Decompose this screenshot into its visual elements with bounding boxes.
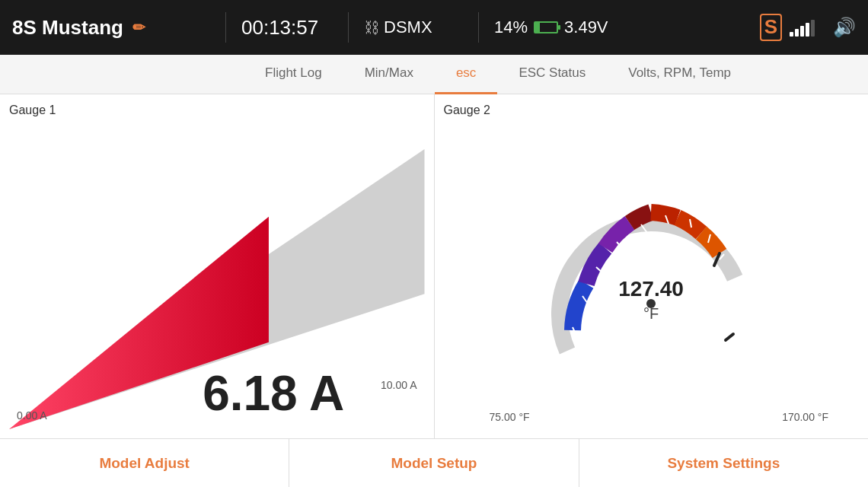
link-icon: ⛓ — [364, 19, 379, 37]
tab-esc[interactable]: esc — [435, 55, 497, 94]
svg-line-3 — [617, 242, 624, 250]
model-adjust-button[interactable]: Model Adjust — [0, 439, 289, 487]
tab-min-max[interactable]: Min/Max — [343, 55, 435, 94]
protocol-info: ⛓ DSMX — [364, 18, 463, 37]
spektrum-logo: S — [760, 14, 815, 40]
spektrum-s: S — [760, 14, 782, 40]
gauge1-value: 6.18 A — [203, 365, 344, 422]
gauge1-min-label: 0.00 A — [17, 409, 47, 422]
model-setup-button[interactable]: Model Setup — [289, 439, 579, 487]
svg-line-14 — [726, 334, 733, 340]
gauge2-needle-empty — [726, 334, 733, 340]
gauge2-container: 127.40 °F 75.00 °F 170.00 °F — [444, 120, 860, 429]
battery-bar — [534, 21, 558, 33]
svg-line-11 — [732, 286, 737, 291]
battery-fill — [535, 23, 540, 32]
gauge2-panel: Gauge 2 — [435, 94, 869, 438]
signal-bar-2 — [795, 29, 799, 37]
edit-icon[interactable]: ✏ — [132, 18, 145, 37]
signal-bar-3 — [800, 26, 804, 37]
gauge2-svg: 127.40 °F — [529, 168, 773, 381]
model-name: 8S Mustang ✏ — [12, 16, 210, 40]
arc-blue — [573, 284, 586, 330]
arc-darkred — [630, 212, 651, 223]
gauge1-title: Gauge 1 — [9, 103, 425, 117]
header-divider-3 — [478, 12, 479, 43]
voltage: 3.49V — [564, 18, 608, 37]
system-settings-button[interactable]: System Settings — [579, 439, 868, 487]
gauge2-min-label: 75.00 °F — [490, 411, 530, 423]
footer-bar: Model Adjust Model Setup System Settings — [0, 438, 868, 487]
tab-flight-log[interactable]: Flight Log — [244, 55, 343, 94]
tab-bar: Flight Log Min/Max esc ESC Status Volts,… — [0, 55, 868, 94]
gauge2-max-label: 170.00 °F — [782, 411, 828, 423]
model-name-text: 8S Mustang — [12, 16, 123, 40]
main-content: Gauge 1 0.00 A 10.00 A 6.18 A Gauge 2 — [0, 94, 868, 438]
header-bar: 8S Mustang ✏ 00:13:57 ⛓ DSMX 14% 3.49V S… — [0, 0, 868, 55]
signal-bar-5 — [811, 20, 815, 37]
gauge1-panel: Gauge 1 0.00 A 10.00 A 6.18 A — [0, 94, 435, 438]
tab-esc-status[interactable]: ESC Status — [497, 55, 607, 94]
volume-icon[interactable]: 🔊 — [833, 17, 856, 38]
header-divider-2 — [348, 12, 349, 43]
signal-bars — [790, 18, 815, 37]
protocol-name: DSMX — [384, 18, 432, 37]
signal-bar-4 — [806, 23, 809, 37]
gauge2-value-text: 127.40 — [618, 277, 684, 301]
gauge2-title: Gauge 2 — [444, 103, 490, 117]
tab-volts-rpm-temp[interactable]: Volts, RPM, Temp — [607, 55, 752, 94]
battery-pct: 14% — [494, 18, 528, 37]
gauge1-max-label: 10.00 A — [381, 379, 417, 391]
gauge1-canvas: 0.00 A 10.00 A 6.18 A — [9, 120, 425, 429]
gauge2-unit-text: °F — [643, 305, 659, 322]
flight-timer: 00:13:57 — [241, 16, 333, 40]
arc-red — [651, 212, 678, 218]
signal-bar-1 — [790, 32, 793, 37]
arc-ticks-gray — [727, 286, 741, 334]
svg-line-12 — [734, 310, 741, 313]
header-divider-1 — [225, 12, 226, 43]
battery-info: 14% 3.49V — [494, 18, 616, 37]
